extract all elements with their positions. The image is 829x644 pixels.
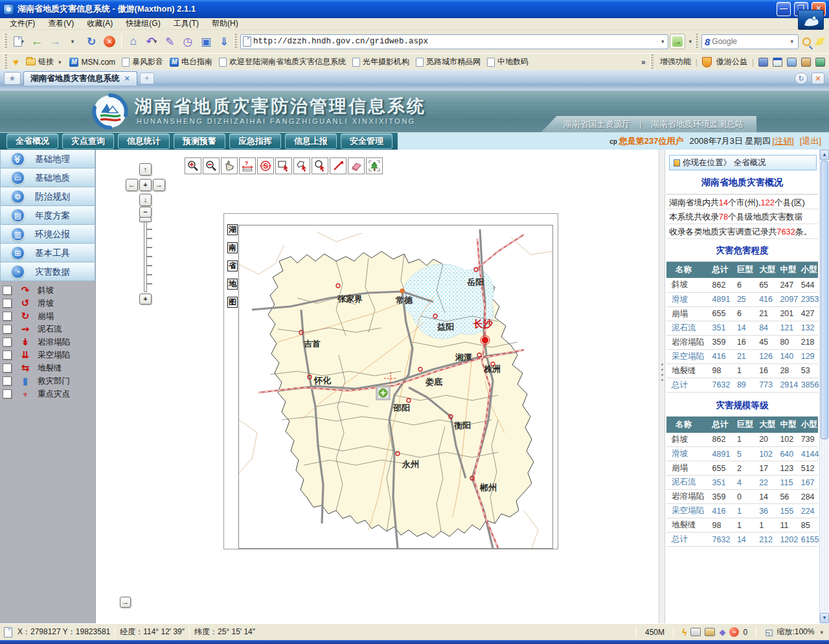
download-button[interactable]: ⇓ bbox=[216, 33, 233, 50]
ground-fissure-checkbox[interactable] bbox=[3, 363, 12, 373]
eraser-tool-button[interactable] bbox=[348, 157, 365, 174]
zoom-dropdown-icon[interactable]: ▾ bbox=[818, 629, 825, 636]
scroll-thumb[interactable] bbox=[821, 161, 828, 439]
nav-tab-emergency-command[interactable]: 应急指挥 bbox=[229, 133, 281, 149]
layer-debris-flow[interactable]: ⇝泥石流 bbox=[0, 323, 95, 336]
collapse-checkbox[interactable] bbox=[3, 312, 12, 321]
zoom-slider-thumb[interactable] bbox=[139, 217, 152, 222]
city-marker[interactable] bbox=[407, 398, 411, 402]
city-marker[interactable] bbox=[483, 338, 488, 343]
layer-collapse[interactable]: ↻崩塌 bbox=[0, 310, 95, 323]
search-grip[interactable] bbox=[695, 34, 698, 49]
printer-icon[interactable] bbox=[690, 628, 701, 636]
tab-hunan-system[interactable]: 湖南省地质灾害信息系统 ✕ bbox=[23, 71, 137, 86]
search-icon[interactable] bbox=[802, 38, 811, 46]
favorites-star-button[interactable]: ★ bbox=[4, 72, 21, 85]
address-dropdown-icon[interactable]: ▾ bbox=[659, 38, 666, 45]
city-marker[interactable] bbox=[396, 452, 400, 455]
city-marker[interactable] bbox=[477, 353, 481, 357]
popup-blocker-icon[interactable]: – bbox=[729, 627, 739, 637]
link-land-resources-dept[interactable]: 湖南省国土资源厅 bbox=[563, 116, 631, 132]
linksbar-grip[interactable] bbox=[4, 54, 7, 70]
zoom-in-slider-button[interactable]: + bbox=[139, 293, 152, 305]
nav-tab-forecast-warning[interactable]: 预测预警 bbox=[174, 133, 225, 149]
select-circle-tool-button[interactable] bbox=[312, 157, 328, 174]
plugins-grip[interactable] bbox=[650, 54, 653, 70]
landslide-checkbox[interactable] bbox=[3, 299, 12, 308]
link-links-folder[interactable]: 链接▾ bbox=[23, 56, 67, 67]
city-marker[interactable] bbox=[400, 289, 404, 293]
history-dropdown-button[interactable]: ▾ bbox=[65, 33, 82, 50]
enhance-features-link[interactable]: 增强功能 bbox=[660, 56, 691, 67]
scroll-down-button[interactable]: ▼ bbox=[820, 613, 829, 623]
tab-close-icon[interactable]: ✕ bbox=[124, 75, 130, 83]
go-button[interactable]: → bbox=[670, 34, 685, 49]
select-rectangle-tool-button[interactable] bbox=[275, 157, 292, 174]
scroll-up-button[interactable]: ▲ bbox=[820, 150, 829, 160]
city-marker[interactable] bbox=[474, 268, 478, 271]
favorites-heart-icon[interactable]: ♥ bbox=[13, 56, 19, 67]
eraser-tool-icon[interactable]: ◆ bbox=[719, 627, 725, 637]
nav-tab-disaster-query[interactable]: 灾点查询 bbox=[62, 133, 114, 149]
exit-link[interactable]: [退出] bbox=[800, 135, 821, 147]
forward-button[interactable]: → bbox=[47, 33, 63, 50]
menu-favorites[interactable]: 收藏(A) bbox=[81, 17, 119, 30]
search-engine-icon[interactable]: 8 bbox=[705, 36, 710, 47]
undo-button[interactable]: ↶▾ bbox=[143, 33, 160, 50]
magic-fill-button[interactable]: ✎ bbox=[161, 33, 178, 50]
full-extent-tool-button[interactable] bbox=[366, 157, 383, 174]
sidebar-item-prevention-plan[interactable]: ⚙防治规划 bbox=[0, 187, 95, 206]
toolbar-grip[interactable] bbox=[4, 34, 7, 49]
measure-distance-tool-button[interactable]: ? bbox=[239, 157, 256, 174]
search-input[interactable] bbox=[712, 37, 786, 46]
debris-flow-checkbox[interactable] bbox=[3, 325, 12, 334]
sidebar-item-basic-geology[interactable]: ▭基础地质 bbox=[0, 168, 95, 187]
paint-icon[interactable] bbox=[801, 58, 811, 67]
window-icon[interactable] bbox=[773, 58, 782, 67]
sidebar-item-basic-tools[interactable]: ⊞基本工具 bbox=[0, 244, 95, 262]
link-guangnian-photo[interactable]: 光年摄影机构 bbox=[349, 56, 413, 67]
menu-tools[interactable]: 工具(T) bbox=[168, 17, 205, 30]
boost-icon[interactable]: ϟ bbox=[682, 627, 687, 638]
sidebar-item-annual-plan[interactable]: ▤年度方案 bbox=[0, 206, 95, 225]
draw-line-tool-button[interactable] bbox=[330, 157, 346, 174]
maxthon-logo[interactable] bbox=[798, 10, 824, 30]
back-button[interactable]: ← bbox=[28, 33, 45, 50]
sidebar-item-env-bulletin[interactable]: ▥环境公报 bbox=[0, 225, 95, 244]
layer-karst-subsidence[interactable]: ↡岩溶塌陷 bbox=[0, 336, 95, 349]
vertical-scrollbar[interactable]: ▲ ▼ bbox=[819, 150, 829, 623]
link-geo-env-monitor-station[interactable]: 湖南省地质环境监测总站 bbox=[651, 116, 744, 132]
zoom-out-tool-button[interactable] bbox=[203, 157, 220, 174]
link-milu-city[interactable]: 觅路城市精品网 bbox=[413, 56, 484, 67]
layer-key-points[interactable]: ♆重点灾点 bbox=[0, 387, 95, 400]
map-canvas[interactable]: 张家界常德岳阳益阳长沙吉首湘潭株洲怀化娄底邵阳衡阳永州郴州 bbox=[238, 225, 553, 549]
plugin-icon[interactable] bbox=[815, 58, 825, 67]
menu-quick-groups[interactable]: 快捷组(G) bbox=[120, 17, 166, 30]
link-zhongdi-digital[interactable]: 中地数码 bbox=[484, 56, 532, 67]
zoom-out-slider-button[interactable]: − bbox=[139, 207, 152, 218]
addressbar-grip[interactable] bbox=[234, 34, 237, 49]
resize-icon[interactable]: ◱ bbox=[765, 627, 773, 637]
close-tab-button[interactable]: ✕ bbox=[812, 73, 824, 84]
nav-tab-info-statistics[interactable]: 信息统计 bbox=[118, 133, 170, 149]
city-marker[interactable] bbox=[433, 314, 437, 318]
history-clock-button[interactable]: ◷ bbox=[179, 33, 196, 50]
new-page-button[interactable]: ▾ bbox=[10, 33, 27, 50]
highlighter-icon[interactable] bbox=[815, 37, 825, 46]
address-bar[interactable]: ▾ bbox=[240, 34, 668, 49]
links-overflow-button[interactable]: » bbox=[641, 58, 646, 67]
link-msn[interactable]: MMSN.com bbox=[66, 58, 119, 67]
menu-file[interactable]: 文件(F) bbox=[4, 17, 41, 30]
scale-tool-button[interactable]: S bbox=[257, 157, 274, 174]
nav-tab-province-overview[interactable]: 全省概况 bbox=[6, 133, 58, 149]
zoom-control[interactable]: 缩放:100% bbox=[777, 627, 814, 638]
sketch-icon[interactable] bbox=[705, 628, 715, 636]
sidebar-item-disaster-data[interactable]: ◔灾害数据 bbox=[0, 262, 95, 281]
pan-tool-button[interactable] bbox=[221, 157, 238, 174]
notes-icon[interactable] bbox=[787, 58, 797, 67]
address-input[interactable] bbox=[253, 37, 657, 46]
layer-slope[interactable]: ↷斜坡 bbox=[0, 284, 95, 297]
link-radio-guide[interactable]: M电台指南 bbox=[166, 56, 216, 67]
layer-landslide[interactable]: ↺滑坡 bbox=[0, 297, 95, 310]
new-tab-button[interactable]: + bbox=[140, 73, 154, 84]
